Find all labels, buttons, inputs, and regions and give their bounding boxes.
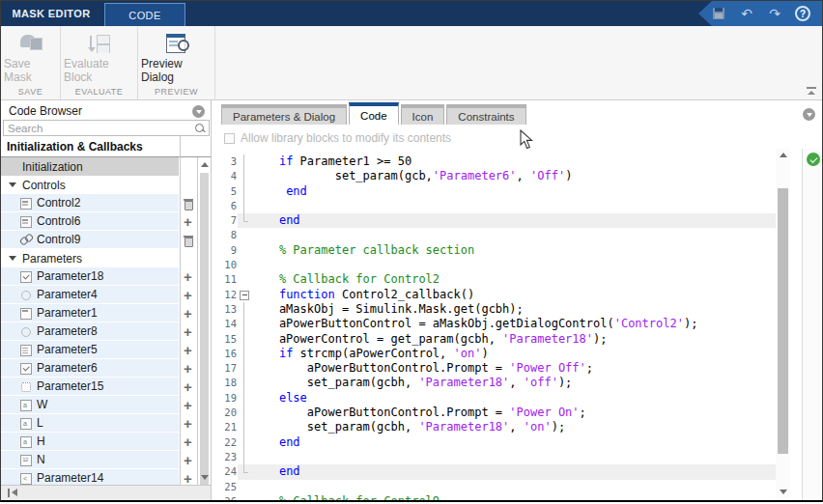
delete-icon[interactable]	[184, 235, 193, 245]
code-text: set_param(gcb,'Parameter6', 'Off')	[251, 169, 776, 183]
code-token: )	[481, 347, 488, 360]
add-icon[interactable]: +	[184, 471, 192, 485]
undo-icon[interactable]: ↶	[739, 6, 754, 21]
app-tab-code[interactable]: CODE	[104, 3, 185, 26]
spinbox-icon	[20, 325, 32, 337]
code-text: if Parameter1 >= 50	[251, 154, 776, 169]
tree-row-label-cell: W	[1, 396, 179, 414]
control-button-icon	[20, 215, 32, 227]
scroll-up-icon[interactable]	[780, 153, 787, 157]
code-line: 20 aPowerButtonControl.Prompt = 'Power O…	[221, 406, 776, 420]
add-icon[interactable]: +	[184, 453, 192, 467]
library-checkbox-row: Allow library blocks to modify its conte…	[224, 130, 451, 146]
allow-library-checkbox[interactable]	[224, 133, 235, 144]
code-token: % Callback for Control2	[251, 272, 440, 286]
code-line: 13 aMaskObj = Simulink.Mask.get(gcbh);	[221, 302, 776, 317]
add-icon[interactable]: +	[184, 288, 192, 302]
line-number: 8	[221, 228, 238, 242]
add-icon[interactable]: +	[184, 434, 192, 449]
add-icon[interactable]: +	[184, 379, 192, 394]
scroll-down-icon[interactable]	[201, 475, 209, 480]
tab-parameters-dialog[interactable]: Parameters & Dialog	[221, 104, 347, 125]
tree-row-label-cell: Parameter8	[1, 322, 179, 341]
panel-collapse-icon[interactable]	[192, 105, 205, 118]
code-fold-rail	[238, 376, 251, 390]
code-line: 18 set_param(gcbh, 'Parameter18', 'off')…	[221, 376, 776, 390]
preview-dialog-label: Preview Dialog	[141, 57, 212, 84]
tree-row-action-cell: +	[179, 433, 197, 451]
collapse-triangle-icon[interactable]	[9, 182, 16, 187]
collapse-triangle-icon[interactable]	[9, 256, 16, 261]
tree-row-action-cell: +	[179, 267, 197, 286]
code-token: if	[279, 154, 293, 168]
editor-scrollbar-thumb[interactable]	[778, 188, 788, 454]
add-icon[interactable]: +	[184, 324, 192, 339]
ribbon-group-evaluate: Evaluate Block EVALUATE	[61, 26, 138, 99]
add-icon[interactable]: +	[184, 398, 192, 412]
tree-row-action-cell: +	[179, 341, 197, 359]
editor-scrollbar[interactable]	[776, 149, 790, 498]
tree-row-text: Parameter18	[37, 269, 103, 283]
delete-icon[interactable]	[184, 198, 193, 209]
ribbon-group-preview: Preview Dialog PREVIEW	[138, 26, 215, 99]
add-icon[interactable]: +	[184, 416, 192, 431]
code-text	[251, 450, 776, 464]
code-token: 'Parameter6'	[433, 169, 517, 182]
save-mask-button[interactable]: Save Mask	[4, 30, 57, 84]
toolstrip-header: MASK EDITOR CODE ↶ ↷ ?	[1, 1, 822, 26]
code-line: 7 end	[221, 213, 776, 228]
tree-row-text: Controls	[22, 179, 66, 192]
scroll-down-icon[interactable]	[780, 490, 787, 494]
code-token: 'Power Off'	[509, 361, 585, 375]
preview-dialog-button[interactable]: Preview Dialog	[141, 30, 212, 84]
tree-scrollbar-thumb[interactable]	[200, 173, 209, 502]
code-token: strcmp(aPowerControl,	[293, 347, 453, 360]
tree-row-label-cell: Control9	[1, 231, 179, 249]
code-line: 3 if Parameter1 >= 50	[221, 154, 776, 169]
scroll-up-icon[interactable]	[201, 162, 209, 167]
code-fold-icon[interactable]	[238, 288, 251, 302]
ribbon: Save Mask SAVE Evaluate Block EVALUATE P…	[1, 26, 822, 100]
help-icon[interactable]: ?	[795, 6, 810, 21]
mask-editor-window: MASK EDITOR CODE ↶ ↷ ? Save Mask SAVE Ev…	[0, 0, 823, 502]
code-token: % Callback for Control9	[251, 494, 440, 500]
tree-scrollbar[interactable]	[197, 157, 211, 485]
tree-row-action-cell	[179, 194, 197, 212]
add-icon[interactable]: +	[184, 361, 192, 376]
unit-icon	[20, 454, 32, 465]
add-icon[interactable]: +	[184, 269, 192, 284]
tree-row-label-cell: H	[1, 433, 179, 451]
save-icon[interactable]	[711, 6, 726, 21]
collapse-panel-icon[interactable]	[8, 489, 17, 497]
add-icon[interactable]: +	[184, 214, 192, 229]
code-token: set_param(gcb,	[251, 169, 433, 182]
search-input[interactable]	[3, 120, 210, 136]
save-mask-icon	[18, 33, 43, 51]
tree-row-text: N	[37, 453, 45, 466]
search-icon[interactable]	[194, 123, 206, 134]
line-number: 14	[221, 317, 238, 331]
tree-row-label-cell: Parameter18	[1, 267, 179, 286]
tree-row-text: Initialization	[22, 160, 83, 174]
app-tab-mask-editor[interactable]: MASK EDITOR	[1, 1, 101, 26]
tree-row-label-cell: Control2	[1, 194, 179, 212]
add-icon[interactable]: +	[184, 306, 192, 321]
code-editor[interactable]: 3 if Parameter1 >= 504 set_param(gcb,'Pa…	[221, 154, 776, 500]
tab-icon[interactable]: Icon	[401, 104, 445, 125]
tree-row-action-cell	[179, 249, 197, 267]
code-token: 'on'	[454, 347, 482, 360]
panel-collapse-icon[interactable]	[803, 108, 815, 121]
code-token: else	[279, 391, 307, 405]
tree-row-action-cell	[179, 231, 197, 249]
tree-row-label-cell: Control6	[1, 212, 179, 231]
redo-icon[interactable]: ↷	[767, 6, 782, 21]
evaluate-block-button[interactable]: Evaluate Block	[64, 30, 134, 84]
tab-code[interactable]: Code	[349, 102, 399, 125]
tab-constraints[interactable]: Constraints	[446, 104, 525, 125]
collapse-ribbon-icon[interactable]	[806, 86, 817, 96]
code-line: 12 function Control2_callback()	[221, 288, 776, 302]
code-token: );	[552, 420, 565, 434]
tree-row-text: Parameter4	[37, 288, 98, 301]
listbox-icon	[20, 344, 32, 355]
add-icon[interactable]: +	[184, 343, 192, 357]
